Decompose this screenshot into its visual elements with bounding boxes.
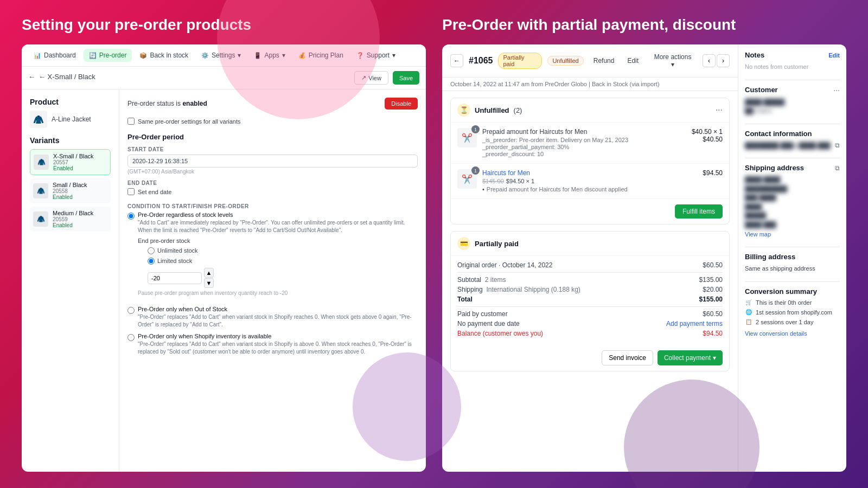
variant-item[interactable]: 🧥 Small / Black 20558 Enabled [30, 178, 111, 203]
view-conversion-link[interactable]: View conversion details [745, 330, 807, 337]
item-original-price-2: $145.00 [482, 178, 504, 184]
variant-thumb: 🧥 [33, 211, 48, 227]
unlimited-stock-radio[interactable] [148, 247, 155, 254]
variant-status: Enabled [53, 194, 107, 200]
radio-label-3: Pre-Order only when Shopify inventory is… [138, 333, 418, 339]
radio-input-2[interactable] [127, 307, 135, 314]
variant-status: Enabled [53, 165, 107, 171]
shipping-amount: $20.00 [703, 286, 723, 293]
partially-paid-badge: Partially paid [498, 53, 542, 69]
original-order-row: Original order · October 14, 2022 $60.50 [457, 261, 723, 269]
stock-input-row: ▲ ▼ [148, 268, 418, 288]
more-actions-button[interactable]: More actions ▾ [647, 51, 698, 70]
fulfillment-title: Unfulfilled [475, 106, 509, 114]
fulfillment-header: ⏳ Unfulfilled (2) ··· [451, 98, 729, 123]
copy-email-button[interactable]: ⧉ [835, 142, 840, 149]
subtotal-amount: $135.00 [699, 276, 723, 284]
order-subtitle: October 14, 2022 at 11:47 am from PreOrd… [442, 78, 738, 91]
add-payment-terms-link[interactable]: Add payment terms [666, 320, 723, 328]
view-map-link[interactable]: View map [745, 231, 771, 237]
shipping-line-3: ███ ████ [745, 193, 840, 202]
send-invoice-button[interactable]: Send invoice [602, 350, 653, 365]
item-pricing-1: $40.50 × 1 $40.50 [692, 128, 723, 143]
variant-thumb: 🧥 [34, 155, 49, 170]
chevron-down-icon: ▾ [392, 52, 395, 59]
collect-payment-button[interactable]: Collect payment ▾ [658, 350, 723, 365]
item-pricing-2: $94.50 [703, 169, 723, 177]
next-order-button[interactable]: › [717, 54, 730, 67]
radio-option-2: Pre-Order only when Out of Stock "Pre-Or… [127, 306, 418, 329]
payment-actions: Send invoice Collect payment ▾ [451, 345, 729, 371]
variant-info: X-Small / Black 20557 Enabled [53, 153, 107, 171]
timezone-label: (GMT+07:00) Asia/Bangkok [127, 169, 418, 175]
fulfillment-count: (2) [514, 106, 522, 114]
unlimited-stock-row: Unlimited stock [148, 246, 418, 254]
variant-item[interactable]: 🧥 Medium / Black 20559 Enabled [30, 207, 111, 232]
settings-icon: ⚙️ [201, 52, 209, 59]
chevron-down-icon: ▾ [671, 61, 674, 68]
set-end-date-checkbox[interactable] [127, 188, 135, 195]
disable-button[interactable]: Disable [385, 98, 418, 110]
stock-value-input[interactable] [148, 272, 202, 284]
customer-more-button[interactable]: ··· [833, 86, 840, 94]
period-title: Pre-Order period [127, 133, 418, 141]
product-name: A-Line Jacket [52, 115, 91, 123]
paid-amount: $60.50 [703, 310, 723, 318]
payment-separator-2 [457, 306, 723, 307]
same-settings-label: Same pre-order settings for all variants [138, 118, 241, 125]
item-name-link-2[interactable]: Haircuts for Men [482, 169, 530, 177]
refund-button[interactable]: Refund [589, 55, 619, 67]
sub-radio-group: Unlimited stock Limited stock [148, 246, 418, 265]
balance-row: Balance (customer owes you) $94.50 [457, 330, 723, 337]
radio-option-3: Pre-Order only when Shopify inventory is… [127, 333, 418, 356]
back-button[interactable]: ← ← X-Small / Black [28, 73, 95, 81]
stock-decrement-button[interactable]: ▼ [204, 278, 214, 288]
divider-5 [745, 281, 840, 282]
nav-dashboard[interactable]: 📊 Dashboard [28, 49, 81, 62]
customer-name: ████ █████ [745, 98, 840, 107]
item-discount-price-2: $94.50 × 1 [506, 178, 534, 184]
subtotal-label: Subtotal 2 items [457, 276, 506, 284]
radio-input-3[interactable] [127, 334, 135, 341]
balance-label: Balance (customer owes you) [457, 330, 543, 337]
radio-label-1: Pre-Order regardless of stock levels [138, 211, 418, 218]
radio-input-1[interactable] [127, 213, 135, 220]
variant-status: Enabled [53, 222, 107, 228]
item-name-1: Prepaid amount for Haircuts for Men [482, 128, 686, 136]
stock-increment-button[interactable]: ▲ [204, 268, 214, 278]
radio-label-2: Pre-Order only when Out of Stock [138, 306, 418, 312]
product-sidebar: Product 🧥 A-Line Jacket Variants 🧥 [22, 89, 119, 472]
condition-label: CONDITION TO START/FINISH PRE-ORDER [127, 203, 418, 209]
contact-section: Contact information ████████.███@████.██… [745, 130, 840, 150]
no-payment-row: No payment due date Add payment terms [457, 320, 723, 328]
copy-address-button[interactable]: ⧉ [835, 164, 840, 172]
nav-back-in-stock[interactable]: 📦 Back in stock [134, 49, 194, 62]
order-back-button[interactable]: ← [450, 54, 463, 67]
item-info-1: Prepaid amount for Haircuts for Men _is_… [482, 128, 686, 158]
limited-stock-radio[interactable] [148, 258, 155, 265]
start-date-input[interactable] [127, 155, 418, 168]
customer-orders: ██ orders [745, 106, 840, 115]
order-item-1: ✂️ 1 Prepaid amount for Haircuts for Men… [451, 123, 729, 164]
prev-order-button[interactable]: ‹ [703, 54, 716, 67]
contact-email: ████████.███@████.███ [745, 141, 831, 150]
same-settings-checkbox[interactable] [127, 118, 135, 125]
nav-pre-order[interactable]: 🔄 Pre-order [84, 49, 132, 62]
order-number: #1065 [469, 56, 493, 66]
unfulfilled-badge: Unfulfilled [547, 56, 583, 66]
shipping-line-6: ████ ███ [745, 220, 840, 229]
customer-section: Customer ··· ████ █████ ██ orders [745, 86, 840, 115]
fulfillment-more-button[interactable]: ··· [716, 105, 723, 115]
item-meta-1b: _preorder_partial_payment: 30% [482, 144, 686, 150]
edit-button[interactable]: Edit [623, 55, 643, 67]
product-section: Product 🧥 A-Line Jacket [30, 98, 111, 128]
variant-item[interactable]: 🧥 X-Small / Black 20557 Enabled [30, 149, 111, 175]
save-button[interactable]: Save [393, 71, 419, 85]
notes-edit-button[interactable]: Edit [828, 52, 840, 59]
payment-card: 💳 Partially paid Original order · Octobe… [450, 231, 730, 371]
variant-info: Medium / Black 20559 Enabled [53, 210, 107, 228]
fulfill-items-button[interactable]: Fulfill items [675, 204, 723, 219]
end-preorder-label: End pre-order stock [138, 237, 418, 244]
item-meta-1c: _preorder_discount: 10 [482, 151, 686, 157]
paid-label: Paid by customer [457, 310, 508, 318]
